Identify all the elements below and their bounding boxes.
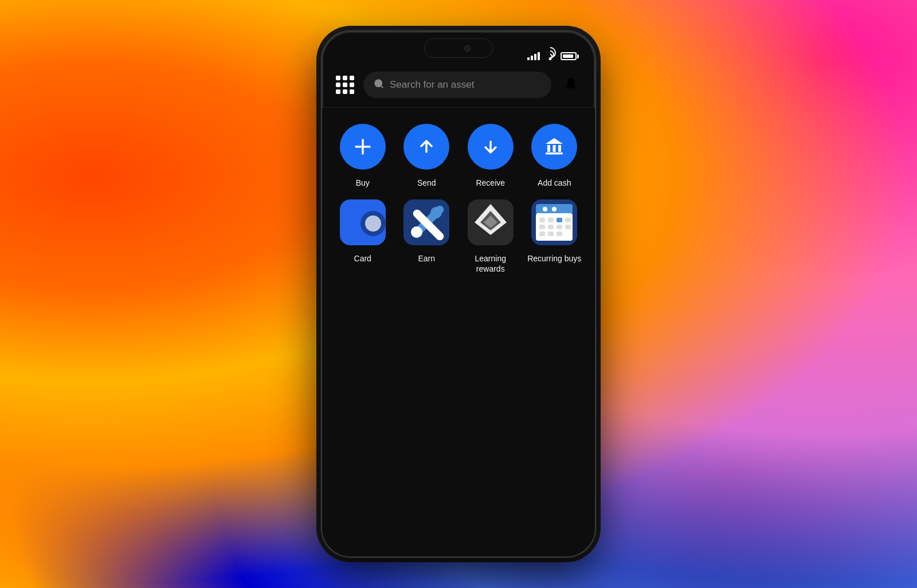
buy-icon (340, 124, 386, 170)
card-label: Card (354, 253, 371, 264)
grid-dot (350, 83, 354, 87)
svg-rect-9 (558, 145, 561, 152)
grid-dot (350, 76, 354, 80)
buy-button[interactable]: Buy (334, 124, 392, 188)
grid-dot (336, 76, 340, 80)
grid-dot (343, 89, 347, 94)
svg-point-16 (430, 207, 442, 218)
recurring-buys-button[interactable]: Recurring buys (526, 199, 584, 274)
learning-rewards-label: Learning rewards (461, 253, 520, 274)
camera-dot (464, 45, 471, 52)
battery-icon (561, 52, 579, 60)
earn-button[interactable]: Earn (398, 199, 456, 274)
header: Search for an asset (322, 65, 595, 108)
notifications-button[interactable] (561, 75, 581, 95)
add-cash-label: Add cash (538, 178, 571, 188)
svg-rect-10 (546, 152, 563, 155)
svg-rect-35 (539, 232, 545, 236)
svg-rect-33 (557, 225, 562, 229)
svg-rect-27 (539, 218, 545, 222)
grid-dot (336, 89, 340, 94)
learning-rewards-icon (468, 199, 514, 245)
buy-label: Buy (356, 178, 370, 188)
grid-dot (343, 83, 347, 87)
svg-rect-37 (557, 232, 562, 236)
phone-frame: Search for an asset Buy (321, 30, 596, 558)
svg-rect-32 (548, 225, 554, 229)
grid-dot (343, 76, 347, 80)
svg-point-12 (365, 215, 381, 232)
apps-grid-button[interactable] (336, 76, 354, 94)
add-cash-button[interactable]: Add cash (526, 124, 584, 188)
svg-point-17 (411, 226, 422, 238)
search-bar[interactable]: Search for an asset (363, 72, 551, 98)
send-button[interactable]: Send (398, 124, 456, 188)
grid-dot (336, 83, 340, 87)
recurring-buys-icon (531, 199, 577, 245)
svg-rect-29 (557, 218, 562, 222)
receive-label: Receive (476, 178, 505, 188)
search-placeholder: Search for an asset (390, 79, 474, 91)
receive-button[interactable]: Receive (461, 124, 520, 188)
dynamic-island (424, 38, 493, 58)
signal-icon (527, 52, 540, 60)
card-icon (340, 199, 386, 245)
card-button[interactable]: Card (334, 199, 392, 274)
learning-rewards-button[interactable]: Learning rewards (461, 199, 520, 274)
status-icons (527, 52, 579, 60)
earn-label: Earn (418, 253, 435, 264)
grid-dot (350, 89, 354, 94)
svg-rect-34 (565, 225, 571, 229)
status-bar (322, 32, 595, 65)
receive-icon (468, 124, 514, 170)
svg-marker-6 (546, 138, 563, 144)
send-icon (403, 124, 449, 170)
app-grid: Buy Send Receive (322, 108, 595, 556)
svg-rect-31 (539, 225, 545, 229)
recurring-buys-label: Recurring buys (527, 253, 581, 264)
svg-rect-30 (565, 218, 571, 222)
wifi-icon (544, 52, 556, 60)
send-label: Send (417, 178, 436, 188)
search-icon (374, 79, 384, 92)
svg-point-25 (552, 207, 557, 211)
add-cash-icon (531, 124, 577, 170)
svg-line-1 (381, 85, 382, 87)
svg-rect-8 (553, 145, 556, 152)
svg-point-24 (543, 207, 547, 211)
svg-rect-7 (547, 145, 550, 152)
earn-icon (403, 199, 449, 245)
svg-rect-28 (548, 218, 554, 222)
svg-rect-36 (548, 232, 554, 236)
